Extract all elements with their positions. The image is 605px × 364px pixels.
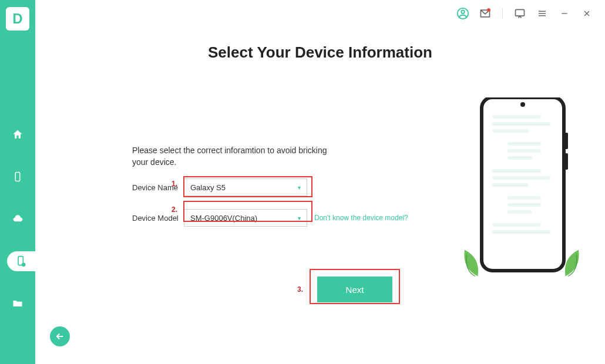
back-button[interactable]	[50, 326, 70, 346]
close-button[interactable]	[580, 7, 593, 20]
annotation-3: 3.	[297, 285, 303, 294]
feedback-icon[interactable]	[513, 7, 526, 20]
sidebar-item-device[interactable]	[0, 167, 35, 187]
next-button[interactable]: Next	[317, 277, 392, 302]
svg-point-15	[520, 102, 525, 107]
svg-text:!: !	[23, 263, 23, 267]
cloud-icon	[12, 213, 23, 225]
folder-icon	[12, 298, 23, 309]
leaf-right-icon	[563, 247, 584, 279]
chevron-down-icon: ▾	[298, 215, 301, 221]
page-title: Select Your Device Information	[35, 43, 605, 62]
notification-dot	[487, 8, 490, 12]
device-name-value: Galaxy S5	[190, 183, 226, 192]
instruction-text: Please select the correct inforamtion to…	[132, 144, 344, 168]
main-content: Select Your Device Information Please se…	[35, 27, 605, 364]
sidebar-item-cloud[interactable]	[0, 209, 35, 229]
phone-icon	[12, 171, 23, 182]
device-name-select[interactable]: Galaxy S5 ▾	[184, 178, 307, 196]
annotation-1: 1.	[172, 180, 177, 188]
leaf-left-icon	[459, 247, 480, 279]
svg-rect-0	[15, 173, 20, 181]
mail-icon[interactable]	[479, 7, 492, 20]
sidebar: D !	[0, 0, 35, 364]
account-icon[interactable]	[456, 7, 469, 20]
svg-rect-17	[565, 153, 568, 170]
arrow-left-icon	[55, 331, 65, 342]
annotation-2: 2.	[172, 205, 177, 214]
help-link-device-model[interactable]: Don't know the device model?	[314, 214, 408, 222]
sidebar-item-folder[interactable]	[0, 294, 35, 314]
home-icon	[12, 129, 23, 140]
phone-alert-icon: !	[15, 255, 27, 267]
device-model-label: Device Model	[132, 214, 184, 223]
device-model-select[interactable]: SM-G9006V(China) ▾	[184, 209, 307, 227]
app-logo: D	[6, 7, 29, 31]
sidebar-item-device-alert[interactable]: !	[7, 251, 35, 271]
phone-illustration	[476, 97, 570, 285]
titlebar	[456, 0, 605, 27]
separator	[502, 8, 503, 19]
menu-icon[interactable]	[536, 7, 549, 20]
svg-rect-7	[516, 9, 525, 16]
svg-point-5	[461, 11, 465, 14]
chevron-down-icon: ▾	[298, 184, 301, 191]
sidebar-item-home[interactable]	[0, 124, 35, 144]
minimize-button[interactable]	[558, 7, 571, 20]
svg-rect-16	[565, 133, 568, 149]
sidebar-nav: !	[0, 124, 35, 314]
device-model-value: SM-G9006V(China)	[190, 214, 257, 223]
